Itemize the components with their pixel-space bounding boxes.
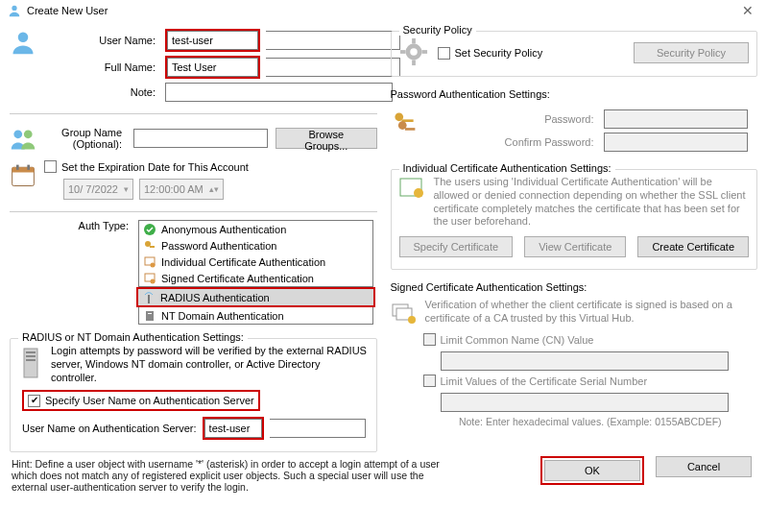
security-policy-button[interactable]: Security Policy <box>634 42 749 63</box>
auth-item-individual-cert[interactable]: Individual Certificate Authentication <box>139 254 372 270</box>
signed-cert-desc: Verification of whether the client certi… <box>425 299 758 326</box>
limit-cn-checkbox: Limit Common Name (CN) Value <box>423 333 594 346</box>
create-cert-button[interactable]: Create Certificate <box>637 236 749 257</box>
specify-user-checkbox[interactable]: ✔ Specify User Name on Authentication Se… <box>28 395 254 407</box>
cancel-button[interactable]: Cancel <box>656 456 752 477</box>
individual-cert-box: Individual Certificate Authentication Se… <box>391 169 758 270</box>
auth-item-signed-cert[interactable]: Signed Certificate Authentication <box>139 270 372 286</box>
checkbox-icon <box>423 375 436 387</box>
group-input[interactable] <box>133 129 268 148</box>
checkbox-checked-icon: ✔ <box>28 395 40 407</box>
svg-point-33 <box>414 188 423 198</box>
group-label: Group Name (Optional): <box>44 127 126 150</box>
checkbox-icon <box>438 47 450 60</box>
full-name-label: Full Name: <box>44 61 159 73</box>
auth-user-label: User Name on Authentication Server: <box>22 423 197 434</box>
cn-input <box>441 351 729 371</box>
full-name-input-ext[interactable] <box>266 58 400 77</box>
ok-button[interactable]: OK <box>544 460 640 481</box>
expiration-date-picker[interactable]: 10/ 7/2022▾ <box>63 179 133 200</box>
set-security-policy-checkbox[interactable]: Set Security Policy <box>438 47 543 60</box>
svg-point-14 <box>151 278 156 283</box>
svg-rect-16 <box>146 311 154 321</box>
password-auth-title: Password Authentication Settings: <box>391 88 758 100</box>
password-auth-box: Password Authentication Settings: Passwo… <box>391 83 758 163</box>
checkbox-icon <box>423 333 436 346</box>
radius-settings-box: RADIUS or NT Domain Authentication Setti… <box>10 338 377 452</box>
svg-point-1 <box>18 33 29 43</box>
right-pane: Security Policy Set Security Policy Secu… <box>391 25 758 452</box>
svg-point-2 <box>13 130 22 138</box>
cert-doc-icon <box>399 176 426 229</box>
window-title: Create New User <box>27 5 108 16</box>
signed-cert-title: Signed Certificate Authentication Settin… <box>391 281 758 293</box>
confirm-password-input <box>604 133 748 152</box>
specify-user-label: Specify User Name on Authentication Serv… <box>45 395 254 406</box>
svg-rect-5 <box>12 167 35 172</box>
auth-item-radius[interactable]: RADIUS Authentication <box>138 289 373 305</box>
close-button[interactable]: ✕ <box>736 3 759 18</box>
tower-icon <box>142 291 156 304</box>
check-circle-icon <box>143 223 156 236</box>
password-label: Password: <box>425 113 598 125</box>
individual-cert-desc: The users using 'Individual Certificate … <box>434 176 750 229</box>
svg-rect-19 <box>26 351 36 353</box>
checkbox-icon <box>44 160 57 173</box>
radius-desc: Login attempts by password will be verif… <box>51 345 369 384</box>
note-label: Note: <box>44 86 159 98</box>
auth-type-list-tail[interactable]: NT Domain Authentication <box>138 307 373 325</box>
svg-point-36 <box>408 316 416 324</box>
auth-item-anonymous[interactable]: Anonymous Authentication <box>139 221 372 237</box>
cert-icon <box>143 272 156 285</box>
svg-rect-7 <box>27 165 30 170</box>
password-input <box>604 109 748 129</box>
specify-cert-button[interactable]: Specify Certificate <box>399 236 514 257</box>
user-large-icon <box>10 25 36 106</box>
svg-rect-17 <box>148 313 152 314</box>
user-name-label: User Name: <box>44 35 159 46</box>
user-name-input-ext[interactable] <box>266 31 400 50</box>
browse-groups-button[interactable]: Browse Groups... <box>276 128 376 149</box>
view-cert-button[interactable]: View Certificate <box>524 236 626 257</box>
svg-rect-21 <box>26 359 36 361</box>
hint-text: Hint: Define a user object with username… <box>0 452 461 496</box>
title-bar: Create New User ✕ <box>0 0 767 21</box>
sn-input <box>441 393 729 412</box>
cert-icon <box>143 255 156 269</box>
svg-rect-25 <box>412 60 416 65</box>
svg-point-3 <box>24 130 33 138</box>
security-policy-box: Security Policy Set Security Policy Secu… <box>391 31 758 77</box>
user-icon <box>8 4 21 17</box>
svg-rect-26 <box>399 50 405 54</box>
keys-icon <box>391 106 418 156</box>
expiration-time-picker[interactable]: 12:00:00 AM▴▾ <box>139 179 224 200</box>
server-tower-icon <box>18 345 43 384</box>
svg-point-0 <box>12 6 16 11</box>
svg-rect-24 <box>412 38 416 44</box>
individual-cert-title: Individual Certificate Authentication Se… <box>399 162 615 174</box>
security-policy-title: Security Policy <box>399 24 476 36</box>
auth-item-nt[interactable]: NT Domain Authentication <box>139 307 372 324</box>
auth-item-password[interactable]: Password Authentication <box>139 237 372 254</box>
group-icon <box>10 122 36 155</box>
svg-rect-27 <box>421 50 427 54</box>
svg-rect-6 <box>16 165 19 170</box>
auth-user-input[interactable] <box>204 419 262 438</box>
sn-note: Note: Enter hexadecimal values. (Example… <box>423 416 758 427</box>
server-icon <box>143 309 156 323</box>
user-name-input[interactable] <box>167 31 258 50</box>
auth-type-list[interactable]: Anonymous Authentication Password Authen… <box>138 220 373 287</box>
expiration-checkbox[interactable]: Set the Expiration Date for This Account <box>44 160 249 173</box>
calendar-icon <box>10 160 36 204</box>
auth-user-input-ext[interactable] <box>270 419 366 438</box>
svg-rect-31 <box>404 128 415 131</box>
svg-point-12 <box>151 262 156 267</box>
left-pane: User Name: Full Name: Note: Group Name (… <box>10 25 377 452</box>
svg-rect-20 <box>26 355 36 357</box>
full-name-input[interactable] <box>167 58 258 77</box>
cert-stack-icon <box>391 299 418 326</box>
key-icon <box>143 239 156 253</box>
note-input[interactable] <box>165 83 393 102</box>
svg-rect-15 <box>148 295 150 303</box>
radius-settings-title: RADIUS or NT Domain Authentication Setti… <box>18 331 248 343</box>
